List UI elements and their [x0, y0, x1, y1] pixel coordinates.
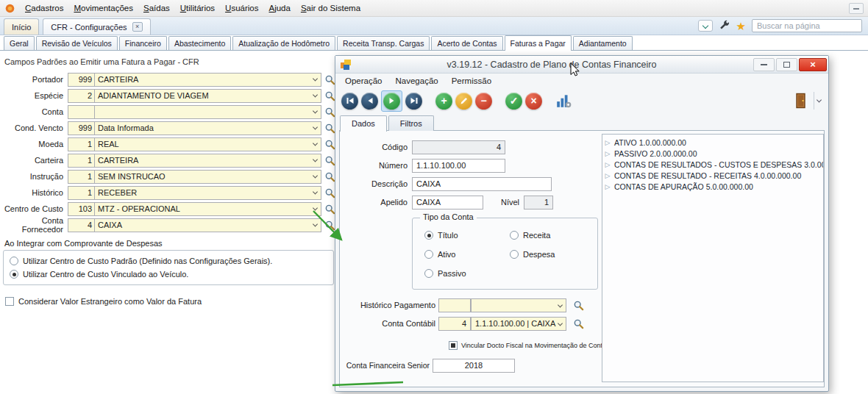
conta-combo[interactable]	[95, 105, 321, 119]
nav-previous-button[interactable]	[361, 93, 378, 110]
search-icon[interactable]	[324, 171, 335, 182]
dialog-menu-permissao[interactable]: Permissão	[445, 74, 498, 87]
add-button[interactable]: +	[435, 93, 452, 110]
wrench-icon[interactable]	[719, 20, 730, 32]
search-icon[interactable]	[324, 220, 335, 231]
delete-button[interactable]: −	[475, 93, 492, 110]
menu-usuarios[interactable]: Usuários	[220, 1, 263, 15]
especie-code-input[interactable]: 2	[68, 89, 95, 103]
conta-code-input[interactable]	[68, 105, 95, 119]
cancel-button[interactable]: ×	[525, 93, 542, 110]
search-icon[interactable]	[573, 318, 584, 329]
search-icon[interactable]	[573, 300, 584, 311]
menu-sair-do-sistema[interactable]: Sair do Sistema	[296, 1, 366, 15]
cond-vencto-combo[interactable]: Data Informada	[95, 121, 321, 135]
search-icon[interactable]	[324, 139, 335, 150]
descricao-input[interactable]: CAIXA	[412, 177, 552, 191]
apelido-input[interactable]: CAIXA	[412, 196, 483, 209]
tab-close-icon[interactable]: ×	[132, 22, 143, 32]
subtab-financeiro[interactable]: Financeiro	[119, 36, 167, 50]
search-icon[interactable]	[324, 123, 335, 134]
tab-cfr-configuracoes[interactable]: CFR - Configurações ×	[43, 18, 150, 35]
moeda-combo[interactable]: REAL	[95, 137, 321, 151]
grid-config-button[interactable]	[555, 93, 572, 109]
radio-ativo[interactable]: Ativo	[424, 249, 455, 259]
tree-expand-icon[interactable]: ▷	[604, 172, 611, 179]
tree-item-apuracao[interactable]: ▷ CONTAS DE APURAÇÃO 5.0.00.000.00	[604, 181, 822, 192]
tree-expand-icon[interactable]: ▷	[604, 183, 611, 190]
subtab-adiantamento[interactable]: Adiantamento	[573, 36, 633, 50]
centro-de-custo-combo[interactable]: MTZ - OPERACIONAL	[95, 202, 321, 216]
tree-expand-icon[interactable]: ▷	[604, 139, 611, 146]
historico-pagamento-code-input[interactable]	[438, 298, 471, 312]
conta-contabil-code-input[interactable]: 4	[438, 317, 471, 331]
search-icon[interactable]	[324, 107, 335, 118]
tree-item-ativo[interactable]: ▷ ATIVO 1.0.00.000.00	[604, 137, 822, 148]
nav-next-button[interactable]	[383, 93, 400, 110]
subtab-faturas-a-pagar[interactable]: Faturas a Pagar	[505, 35, 572, 50]
radio-titulo[interactable]: Título	[424, 230, 458, 240]
historico-pagamento-combo[interactable]	[471, 298, 566, 312]
dialog-titlebar[interactable]: v3.19.12 - Cadastro de Plano de Contas F…	[335, 56, 828, 74]
moeda-code-input[interactable]: 1	[68, 137, 95, 151]
tree-item-receitas[interactable]: ▷ CONTAS DE RESULTADO - RECEITAS 4.0.00.…	[604, 170, 822, 181]
window-minimize-button[interactable]	[849, 3, 864, 14]
subtab-revisao-de-veiculos[interactable]: Revisão de Veículos	[36, 36, 118, 50]
search-icon[interactable]	[324, 155, 335, 166]
tab-inicio[interactable]: Início	[4, 18, 39, 35]
subtab-atualizacao-de-hodometro[interactable]: Atualização de Hodômetro	[232, 36, 335, 50]
radio-passivo[interactable]: Passivo	[424, 268, 466, 279]
nav-last-button[interactable]	[405, 93, 422, 110]
tree-item-custos-despesas[interactable]: ▷ CONTAS DE RESULTADOS - CUSTOS E DESPES…	[604, 159, 822, 170]
menu-movimentacoes[interactable]: Movimentações	[68, 1, 138, 15]
radio-despesa[interactable]: Despesa	[510, 249, 555, 259]
conta-financeira-senior-input[interactable]: 2018	[433, 359, 515, 373]
especie-combo[interactable]: ADIANTAMENTO DE VIAGEM	[95, 89, 321, 103]
subtab-geral[interactable]: Geral	[4, 36, 35, 50]
portador-combo[interactable]: CARTEIRA	[95, 73, 321, 87]
search-icon[interactable]	[324, 90, 335, 101]
subtab-acerto-de-contas[interactable]: Acerto de Contas	[431, 36, 502, 50]
toolbar-overflow-button[interactable]	[814, 92, 824, 110]
page-search-input[interactable]	[752, 19, 862, 32]
radio-centro-custo-vinculado[interactable]: Utilizar Centro de Custo Vinculado ao Ve…	[10, 268, 327, 281]
instrucao-combo[interactable]: SEM INSTRUCAO	[95, 170, 321, 184]
search-icon[interactable]	[324, 74, 335, 85]
subtab-receita-transp-cargas[interactable]: Receita Transp. Cargas	[337, 36, 430, 50]
dialog-maximize-button[interactable]	[776, 58, 797, 71]
checkbox-valor-estrangeiro[interactable]: Considerar Valor Estrangeiro como Valor …	[3, 295, 335, 308]
dialog-minimize-button[interactable]	[753, 58, 775, 71]
menu-ajuda[interactable]: Ajuda	[263, 1, 295, 15]
dialog-menu-operacao[interactable]: Operação	[338, 74, 389, 87]
exit-button[interactable]	[791, 91, 811, 110]
conta-fornecedor-combo[interactable]: CAIXA	[95, 218, 321, 232]
edit-button[interactable]	[455, 93, 472, 110]
cond-vencto-code-input[interactable]: 999	[68, 121, 95, 135]
centro-de-custo-code-input[interactable]: 103	[68, 202, 95, 216]
carteira-combo[interactable]: CARTEIRA	[95, 154, 321, 168]
radio-centro-custo-padrao[interactable]: Utilizar Centro de Custo Padrão (Definid…	[10, 254, 327, 268]
nav-first-button[interactable]	[341, 93, 358, 110]
radio-receita[interactable]: Receita	[510, 230, 550, 240]
tab-filtros[interactable]: Filtros	[388, 115, 434, 131]
conta-fornecedor-code-input[interactable]: 4	[68, 218, 95, 232]
menu-cadastros[interactable]: Cadastros	[20, 1, 68, 15]
conta-contabil-combo[interactable]: 1.1.10.100.00 | CAIXA	[471, 317, 566, 331]
menu-utilitarios[interactable]: Utilitários	[175, 1, 220, 15]
subtab-abastecimento[interactable]: Abastecimento	[168, 36, 231, 50]
menu-saidas[interactable]: Saídas	[138, 1, 175, 15]
tree-expand-icon[interactable]: ▷	[604, 150, 611, 157]
carteira-code-input[interactable]: 1	[68, 154, 95, 168]
dialog-close-button[interactable]: ×	[799, 58, 827, 71]
tree-expand-icon[interactable]: ▷	[604, 161, 611, 168]
confirm-button[interactable]: ✓	[505, 93, 522, 110]
tree-item-passivo[interactable]: ▷ PASSIVO 2.0.00.000.00	[604, 148, 822, 159]
search-icon[interactable]	[324, 187, 335, 198]
tab-dados[interactable]: Dados	[340, 115, 387, 132]
quick-access-button[interactable]	[698, 20, 713, 32]
numero-input[interactable]: 1.1.10.100.00	[412, 159, 505, 173]
search-icon[interactable]	[324, 204, 335, 215]
historico-combo[interactable]: RECEBER	[95, 186, 321, 200]
instrucao-code-input[interactable]: 1	[68, 170, 95, 184]
dialog-menu-navegacao[interactable]: Navegação	[389, 74, 445, 87]
